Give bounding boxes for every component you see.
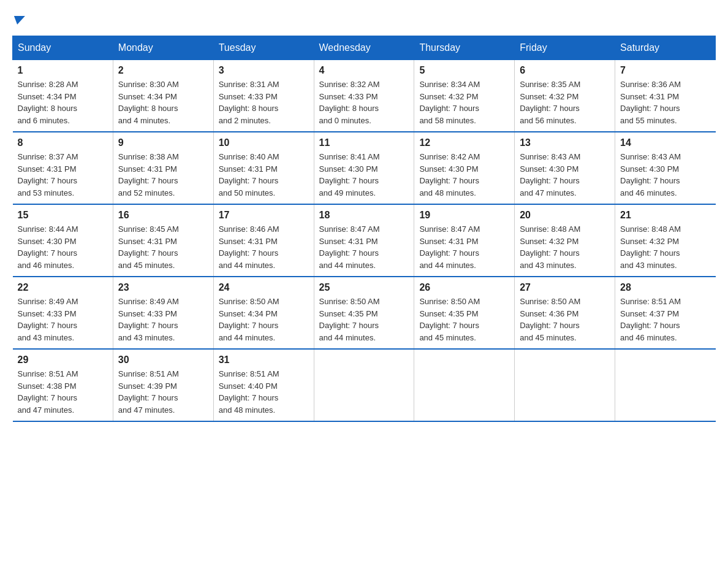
day-info: Sunrise: 8:40 AM Sunset: 4:31 PM Dayligh… — [219, 151, 309, 199]
calendar-cell: 9 Sunrise: 8:38 AM Sunset: 4:31 PM Dayli… — [113, 132, 213, 204]
day-info: Sunrise: 8:51 AM Sunset: 4:40 PM Dayligh… — [219, 368, 309, 416]
calendar-cell: 23 Sunrise: 8:49 AM Sunset: 4:33 PM Dayl… — [113, 277, 213, 349]
calendar-cell — [615, 349, 716, 421]
calendar-cell: 7 Sunrise: 8:36 AM Sunset: 4:31 PM Dayli… — [615, 60, 716, 132]
day-number: 26 — [419, 282, 509, 293]
day-number: 27 — [520, 282, 610, 293]
day-number: 28 — [620, 282, 710, 293]
calendar-header: SundayMondayTuesdayWednesdayThursdayFrid… — [13, 36, 716, 60]
day-number: 21 — [620, 210, 710, 221]
day-info: Sunrise: 8:50 AM Sunset: 4:36 PM Dayligh… — [520, 296, 610, 343]
calendar-cell: 2 Sunrise: 8:30 AM Sunset: 4:34 PM Dayli… — [113, 60, 213, 132]
day-info: Sunrise: 8:51 AM Sunset: 4:37 PM Dayligh… — [620, 296, 710, 343]
day-number: 2 — [118, 65, 208, 76]
day-number: 7 — [620, 65, 710, 76]
calendar-cell: 28 Sunrise: 8:51 AM Sunset: 4:37 PM Dayl… — [615, 277, 716, 349]
day-number: 9 — [118, 137, 208, 148]
day-info: Sunrise: 8:31 AM Sunset: 4:33 PM Dayligh… — [219, 79, 309, 126]
logo-general — [12, 12, 24, 28]
day-info: Sunrise: 8:42 AM Sunset: 4:30 PM Dayligh… — [419, 151, 509, 199]
day-info: Sunrise: 8:51 AM Sunset: 4:38 PM Dayligh… — [18, 368, 108, 416]
week-row-1: 1 Sunrise: 8:28 AM Sunset: 4:34 PM Dayli… — [13, 60, 716, 132]
day-number: 19 — [419, 210, 509, 221]
day-number: 29 — [18, 354, 108, 366]
calendar-cell: 13 Sunrise: 8:43 AM Sunset: 4:30 PM Dayl… — [515, 132, 615, 204]
day-info: Sunrise: 8:51 AM Sunset: 4:39 PM Dayligh… — [118, 368, 208, 416]
calendar-cell: 8 Sunrise: 8:37 AM Sunset: 4:31 PM Dayli… — [13, 132, 113, 204]
days-of-week-row: SundayMondayTuesdayWednesdayThursdayFrid… — [13, 36, 716, 60]
day-number: 15 — [18, 210, 108, 221]
day-info: Sunrise: 8:44 AM Sunset: 4:30 PM Dayligh… — [18, 223, 108, 271]
calendar-cell: 26 Sunrise: 8:50 AM Sunset: 4:35 PM Dayl… — [414, 277, 515, 349]
day-number: 11 — [319, 137, 409, 148]
week-row-4: 22 Sunrise: 8:49 AM Sunset: 4:33 PM Dayl… — [13, 277, 716, 349]
calendar-body: 1 Sunrise: 8:28 AM Sunset: 4:34 PM Dayli… — [13, 60, 716, 422]
day-of-week-monday: Monday — [113, 36, 213, 60]
day-number: 24 — [219, 282, 309, 293]
day-info: Sunrise: 8:50 AM Sunset: 4:34 PM Dayligh… — [219, 296, 309, 343]
day-info: Sunrise: 8:36 AM Sunset: 4:31 PM Dayligh… — [620, 79, 710, 126]
calendar-cell: 18 Sunrise: 8:47 AM Sunset: 4:31 PM Dayl… — [314, 204, 414, 277]
day-info: Sunrise: 8:43 AM Sunset: 4:30 PM Dayligh… — [520, 151, 610, 199]
logo — [12, 12, 24, 29]
day-info: Sunrise: 8:45 AM Sunset: 4:31 PM Dayligh… — [118, 223, 208, 271]
day-info: Sunrise: 8:48 AM Sunset: 4:32 PM Dayligh… — [620, 223, 710, 271]
calendar-cell: 16 Sunrise: 8:45 AM Sunset: 4:31 PM Dayl… — [113, 204, 213, 277]
week-row-2: 8 Sunrise: 8:37 AM Sunset: 4:31 PM Dayli… — [13, 132, 716, 204]
calendar-cell: 14 Sunrise: 8:43 AM Sunset: 4:30 PM Dayl… — [615, 132, 716, 204]
day-info: Sunrise: 8:47 AM Sunset: 4:31 PM Dayligh… — [319, 223, 409, 271]
calendar-cell: 11 Sunrise: 8:41 AM Sunset: 4:30 PM Dayl… — [314, 132, 414, 204]
calendar-cell: 4 Sunrise: 8:32 AM Sunset: 4:33 PM Dayli… — [314, 60, 414, 132]
week-row-3: 15 Sunrise: 8:44 AM Sunset: 4:30 PM Dayl… — [13, 204, 716, 277]
day-number: 1 — [18, 65, 108, 76]
day-info: Sunrise: 8:38 AM Sunset: 4:31 PM Dayligh… — [118, 151, 208, 199]
day-info: Sunrise: 8:35 AM Sunset: 4:32 PM Dayligh… — [520, 79, 610, 126]
day-number: 12 — [419, 137, 509, 148]
day-number: 20 — [520, 210, 610, 221]
day-number: 6 — [520, 65, 610, 76]
calendar-cell: 5 Sunrise: 8:34 AM Sunset: 4:32 PM Dayli… — [414, 60, 515, 132]
calendar-cell: 24 Sunrise: 8:50 AM Sunset: 4:34 PM Dayl… — [213, 277, 314, 349]
day-of-week-sunday: Sunday — [13, 36, 113, 60]
day-info: Sunrise: 8:30 AM Sunset: 4:34 PM Dayligh… — [118, 79, 208, 126]
calendar-table: SundayMondayTuesdayWednesdayThursdayFrid… — [12, 36, 716, 422]
calendar-cell: 15 Sunrise: 8:44 AM Sunset: 4:30 PM Dayl… — [13, 204, 113, 277]
calendar-cell: 12 Sunrise: 8:42 AM Sunset: 4:30 PM Dayl… — [414, 132, 515, 204]
calendar-cell: 20 Sunrise: 8:48 AM Sunset: 4:32 PM Dayl… — [515, 204, 615, 277]
day-number: 25 — [319, 282, 409, 293]
day-number: 16 — [118, 210, 208, 221]
day-number: 5 — [419, 65, 509, 76]
day-info: Sunrise: 8:49 AM Sunset: 4:33 PM Dayligh… — [118, 296, 208, 343]
calendar-cell: 17 Sunrise: 8:46 AM Sunset: 4:31 PM Dayl… — [213, 204, 314, 277]
day-info: Sunrise: 8:34 AM Sunset: 4:32 PM Dayligh… — [419, 79, 509, 126]
calendar-cell: 10 Sunrise: 8:40 AM Sunset: 4:31 PM Dayl… — [213, 132, 314, 204]
day-of-week-wednesday: Wednesday — [314, 36, 414, 60]
day-of-week-thursday: Thursday — [414, 36, 515, 60]
day-of-week-friday: Friday — [515, 36, 615, 60]
calendar-cell: 31 Sunrise: 8:51 AM Sunset: 4:40 PM Dayl… — [213, 349, 314, 421]
day-info: Sunrise: 8:47 AM Sunset: 4:31 PM Dayligh… — [419, 223, 509, 271]
page-header — [12, 12, 716, 29]
day-number: 18 — [319, 210, 409, 221]
day-number: 8 — [18, 137, 108, 148]
day-info: Sunrise: 8:50 AM Sunset: 4:35 PM Dayligh… — [419, 296, 509, 343]
day-number: 14 — [620, 137, 710, 148]
day-number: 31 — [219, 354, 309, 366]
calendar-cell: 21 Sunrise: 8:48 AM Sunset: 4:32 PM Dayl… — [615, 204, 716, 277]
day-info: Sunrise: 8:32 AM Sunset: 4:33 PM Dayligh… — [319, 79, 409, 126]
calendar-cell — [414, 349, 515, 421]
day-number: 23 — [118, 282, 208, 293]
calendar-cell: 30 Sunrise: 8:51 AM Sunset: 4:39 PM Dayl… — [113, 349, 213, 421]
day-number: 13 — [520, 137, 610, 148]
day-number: 22 — [18, 282, 108, 293]
day-info: Sunrise: 8:28 AM Sunset: 4:34 PM Dayligh… — [18, 79, 108, 126]
day-of-week-saturday: Saturday — [615, 36, 716, 60]
day-number: 10 — [219, 137, 309, 148]
day-info: Sunrise: 8:37 AM Sunset: 4:31 PM Dayligh… — [18, 151, 108, 199]
calendar-cell: 6 Sunrise: 8:35 AM Sunset: 4:32 PM Dayli… — [515, 60, 615, 132]
day-info: Sunrise: 8:43 AM Sunset: 4:30 PM Dayligh… — [620, 151, 710, 199]
day-info: Sunrise: 8:49 AM Sunset: 4:33 PM Dayligh… — [18, 296, 108, 343]
day-info: Sunrise: 8:50 AM Sunset: 4:35 PM Dayligh… — [319, 296, 409, 343]
calendar-cell: 22 Sunrise: 8:49 AM Sunset: 4:33 PM Dayl… — [13, 277, 113, 349]
day-number: 17 — [219, 210, 309, 221]
